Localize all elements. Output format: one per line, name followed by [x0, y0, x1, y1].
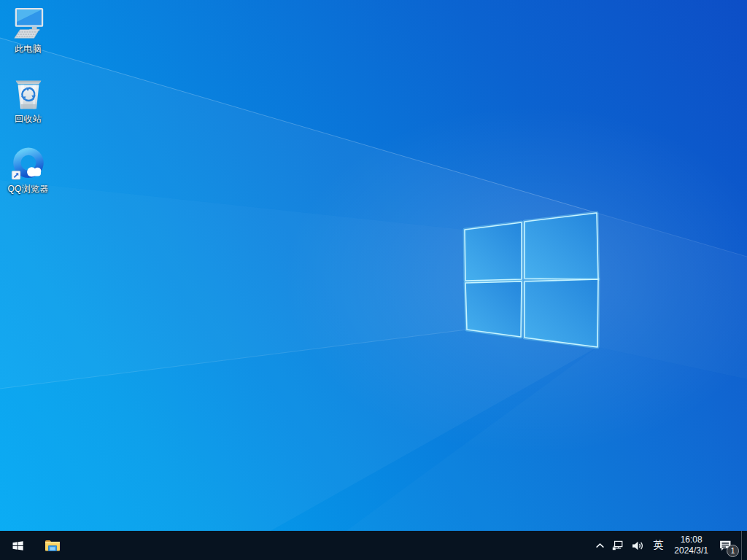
desktop[interactable]: 此电脑 — [0, 0, 747, 560]
qq-browser-icon — [10, 146, 47, 182]
show-desktop-button[interactable] — [741, 531, 747, 560]
tray-language-indicator[interactable]: 英 — [648, 531, 668, 560]
wallpaper-windows-logo — [0, 0, 747, 560]
tray-clock[interactable]: 16:08 2024/3/1 — [668, 531, 714, 560]
tray-network-button[interactable] — [608, 531, 628, 560]
network-icon — [612, 540, 624, 551]
desktop-icon-label: 此电脑 — [15, 44, 42, 54]
desktop-icon-this-pc[interactable]: 此电脑 — [1, 3, 55, 73]
system-tray: 英 16:08 2024/3/1 1 — [592, 531, 747, 560]
start-button[interactable] — [0, 531, 35, 560]
desktop-icon-label: 回收站 — [15, 114, 42, 124]
file-explorer-button[interactable] — [35, 531, 70, 560]
desktop-icon-qq-browser[interactable]: QQ浏览器 — [1, 143, 55, 213]
notification-badge: 1 — [727, 545, 739, 557]
desktop-icon-label: QQ浏览器 — [7, 184, 48, 194]
volume-icon — [632, 540, 644, 551]
tray-show-hidden-button[interactable] — [592, 531, 608, 560]
action-center-button[interactable]: 1 — [714, 531, 740, 560]
recycle-bin-icon — [10, 76, 47, 112]
tray-volume-button[interactable] — [628, 531, 648, 560]
this-pc-icon — [10, 6, 47, 42]
windows-logo-icon — [12, 540, 24, 552]
desktop-icon-grid: 此电脑 — [1, 3, 55, 213]
clock-date: 2024/3/1 — [674, 545, 708, 556]
desktop-icon-recycle-bin[interactable]: 回收站 — [1, 73, 55, 143]
taskbar: 英 16:08 2024/3/1 1 — [0, 531, 747, 560]
file-explorer-icon — [44, 538, 61, 553]
clock-time: 16:08 — [681, 534, 703, 545]
chevron-up-icon — [595, 542, 605, 549]
